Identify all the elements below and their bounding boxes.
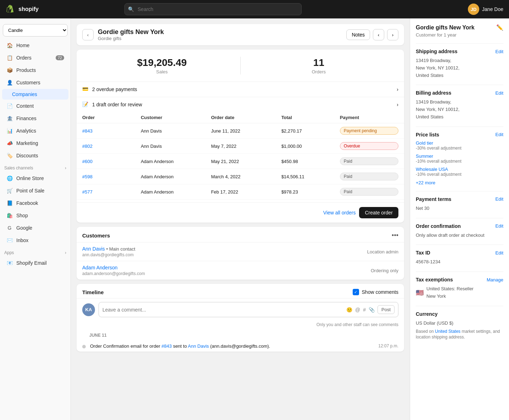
currency-section: Currency US Dollar (USD $) Based on Unit… <box>416 306 503 340</box>
comment-box: KA 🙂 @ # 📎 Post <box>77 298 404 321</box>
post-button[interactable]: Post <box>377 305 395 314</box>
sidebar-item-discounts[interactable]: 🏷️ Discounts <box>2 150 68 162</box>
alert-left-2: 📝 1 draft order for review <box>82 101 142 108</box>
sidebar-item-orders[interactable]: 📋 Orders 72 <box>2 52 68 64</box>
sidebar-item-products[interactable]: 📦 Products <box>2 64 68 76</box>
price-lists-edit-link[interactable]: Edit <box>496 132 503 137</box>
payment-badge: Paid <box>340 173 398 180</box>
sidebar-item-finances[interactable]: 🏦 Finances <box>2 112 68 124</box>
layout: Candle 🏠 Home 📋 Orders 72 📦 Products 👤 C… <box>0 18 509 420</box>
order-link[interactable]: #802 <box>82 144 141 149</box>
sidebar-item-online-store[interactable]: 🌐 Online Store <box>2 172 68 184</box>
panel-title: Gordie gifts New York <box>416 24 475 31</box>
shipping-edit-link[interactable]: Edit <box>496 49 503 54</box>
sidebar-item-marketing[interactable]: 📣 Marketing <box>2 137 68 149</box>
stats-row: $19,205.49 Sales 11 Orders <box>77 50 404 82</box>
event-time: 12:07 p.m. <box>378 343 398 348</box>
price-lists-section: Price lists Edit Gold tier -30% overall … <box>416 127 503 185</box>
customer-name[interactable]: Adam Anderson <box>82 265 118 270</box>
tax-country: United States: Reseller <box>426 285 474 293</box>
tax-exemptions-manage-link[interactable]: Manage <box>487 277 503 282</box>
attachment-icon[interactable]: 📎 <box>369 307 375 313</box>
order-confirmation-value: Only allow draft order at checkout <box>416 232 503 239</box>
avatar: JD <box>468 4 479 15</box>
customer-info: Ann Davis • Main contact ann.davis@gordi… <box>82 246 135 257</box>
flag-icon: 🇺🇸 <box>416 289 424 297</box>
more-price-lists-link[interactable]: +22 more <box>416 180 435 185</box>
order-link[interactable]: #598 <box>82 174 141 179</box>
hash-icon[interactable]: # <box>363 307 366 313</box>
customer-access: Ordering only <box>371 268 398 273</box>
create-order-button[interactable]: Create order <box>359 207 398 218</box>
discounts-icon: 🏷️ <box>6 152 13 159</box>
order-link[interactable]: #577 <box>82 189 141 195</box>
currency-market-link[interactable]: United States <box>435 329 460 334</box>
back-button[interactable]: ‹ <box>82 29 94 40</box>
price-list-name[interactable]: Wholesale USA <box>416 167 503 172</box>
show-comments-checkbox[interactable]: ✓ <box>353 289 359 295</box>
sidebar-item-analytics[interactable]: 📊 Analytics <box>2 125 68 137</box>
customer-name[interactable]: Ann Davis <box>82 246 105 252</box>
sidebar-item-home[interactable]: 🏠 Home <box>2 39 68 51</box>
notes-button[interactable]: Notes <box>346 29 370 40</box>
apps-label: Apps › <box>0 247 71 257</box>
currency-note: Based on United States market settings, … <box>416 329 503 341</box>
user-menu[interactable]: JD Jane Doe <box>468 4 503 15</box>
customers-more-button[interactable]: ••• <box>392 232 398 239</box>
event-customer-link[interactable]: Ann Davis <box>188 343 209 349</box>
search-icon: 🔍 <box>128 6 134 12</box>
shop-icon: 🛍️ <box>6 212 13 219</box>
panel-edit-button[interactable]: ✏️ <box>496 24 503 31</box>
tax-id-edit-link[interactable]: Edit <box>496 250 503 256</box>
sidebar-item-point-of-sale[interactable]: 🛒 Point of Sale <box>2 185 68 197</box>
table-actions: View all orders Create order <box>77 202 404 223</box>
search-bar[interactable]: 🔍 <box>124 3 302 15</box>
sidebar-item-google[interactable]: G Google <box>2 222 68 234</box>
order-link[interactable]: #600 <box>82 159 141 164</box>
price-lists-header: Price lists Edit <box>416 132 503 138</box>
store-selector[interactable]: Candle <box>3 24 68 37</box>
sidebar: Candle 🏠 Home 📋 Orders 72 📦 Products 👤 C… <box>0 18 71 420</box>
sidebar-item-content[interactable]: 📄 Content <box>2 100 68 112</box>
payment-terms-edit-link[interactable]: Edit <box>496 196 503 202</box>
alert-draft-order[interactable]: 📝 1 draft order for review › <box>77 97 404 112</box>
customer-row: Adam Anderson adam.anderson@gordiegifts.… <box>77 261 404 280</box>
expand-icon[interactable]: › <box>65 166 66 170</box>
table-header: Order Customer Order date Total Payment <box>77 112 404 123</box>
comment-icons: 🙂 @ # 📎 <box>346 307 375 313</box>
comments-note: Only you and other staff can see comment… <box>77 321 404 330</box>
order-confirmation-edit-link[interactable]: Edit <box>496 223 503 229</box>
comment-input[interactable] <box>102 307 343 313</box>
sidebar-item-facebook[interactable]: 📘 Facebook <box>2 197 68 209</box>
inbox-icon: ✉️ <box>6 237 13 243</box>
search-input[interactable] <box>124 3 302 15</box>
order-link[interactable]: #843 <box>82 128 141 134</box>
price-list-name[interactable]: Summer <box>416 153 503 159</box>
sidebar-item-inbox[interactable]: ✉️ Inbox <box>2 234 68 246</box>
content-icon: 📄 <box>6 103 13 109</box>
alert-left: 💳 2 overdue payments <box>82 86 137 93</box>
payment-badge: Overdue <box>340 142 398 150</box>
tax-id-section: Tax ID Edit 45678-1234 <box>416 245 503 266</box>
event-order-link[interactable]: #843 <box>162 343 172 349</box>
sidebar-item-shop[interactable]: 🛍️ Shop <box>2 209 68 222</box>
sidebar-item-companies[interactable]: Companies <box>2 89 68 100</box>
price-list-name[interactable]: Gold tier <box>416 140 503 146</box>
view-all-orders-link[interactable]: View all orders <box>323 210 356 215</box>
customers-card: Customers ••• Ann Davis • Main contact a… <box>77 227 404 280</box>
sidebar-item-customers[interactable]: 👤 Customers <box>2 77 68 89</box>
store-dropdown[interactable]: Candle <box>3 24 68 37</box>
prev-button[interactable]: ‹ <box>373 29 384 40</box>
customer-info: Adam Anderson adam.anderson@gordiegifts.… <box>82 265 145 276</box>
sidebar-item-shopify-email[interactable]: 📧 Shopify Email <box>2 257 68 269</box>
next-button[interactable]: › <box>387 29 398 40</box>
marketing-icon: 📣 <box>6 140 13 146</box>
apps-expand-icon[interactable]: › <box>65 250 66 255</box>
customer-row: Ann Davis • Main contact ann.davis@gordi… <box>77 242 404 261</box>
price-list-item: Summer -10% overall adjustment <box>416 153 503 164</box>
emoji-icon[interactable]: 🙂 <box>346 307 352 313</box>
mention-icon[interactable]: @ <box>355 307 360 313</box>
alert-overdue-payments[interactable]: 💳 2 overdue payments › <box>77 82 404 97</box>
payment-terms-section: Payment terms Edit Net 30 <box>416 191 503 212</box>
billing-edit-link[interactable]: Edit <box>496 90 503 96</box>
